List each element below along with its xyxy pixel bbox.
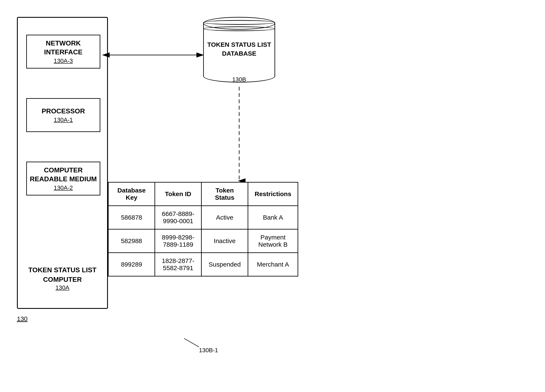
cylinder-inner-lines (203, 21, 275, 31)
cell-restrictions-3: Merchant A (248, 253, 298, 276)
database-label: TOKEN STATUS LISTDATABASE (203, 40, 275, 58)
col-header-database-key: DatabaseKey (108, 182, 155, 206)
table-row: 586878 6667-8889-9990-0001 Active Bank A (108, 206, 298, 229)
cell-restrictions-2: PaymentNetwork B (248, 229, 298, 253)
cylinder-line-2 (203, 26, 275, 31)
table-ref-label: 130B-1 (178, 347, 218, 354)
cell-status-1: Active (201, 206, 248, 229)
computer-readable-ref: 130A-2 (54, 184, 73, 191)
computer-readable-label: COMPUTER READABLE MEDIUM (27, 166, 100, 184)
table-row: 899289 1828-2877-5582-8791 Suspended Mer… (108, 253, 298, 276)
main-computer-box: NETWORK INTERFACE 130A-3 PROCESSOR 130A-… (17, 17, 108, 309)
ref-130-label: 130 (17, 315, 28, 322)
table-row: 582988 8999-8298-7889-1189 Inactive Paym… (108, 229, 298, 253)
cell-status-3: Suspended (201, 253, 248, 276)
main-box-text: TOKEN STATUS LIST COMPUTER (18, 265, 107, 284)
token-status-table: DatabaseKey Token ID TokenStatus Restric… (108, 182, 298, 276)
processor-box: PROCESSOR 130A-1 (26, 98, 100, 132)
network-interface-label: NETWORK INTERFACE (27, 39, 100, 56)
main-box-label: TOKEN STATUS LIST COMPUTER 130A (18, 265, 107, 291)
cell-restrictions-1: Bank A (248, 206, 298, 229)
cell-key-1: 586878 (108, 206, 155, 229)
processor-ref: 130A-1 (54, 116, 73, 123)
cell-tokenid-1: 6667-8889-9990-0001 (155, 206, 201, 229)
computer-readable-box: COMPUTER READABLE MEDIUM 130A-2 (26, 162, 100, 196)
diagram: NETWORK INTERFACE 130A-3 PROCESSOR 130A-… (0, 0, 545, 392)
cell-tokenid-2: 8999-8298-7889-1189 (155, 229, 201, 253)
cell-tokenid-3: 1828-2877-5582-8791 (155, 253, 201, 276)
cell-key-3: 899289 (108, 253, 155, 276)
table-header-row: DatabaseKey Token ID TokenStatus Restric… (108, 182, 298, 206)
network-interface-ref: 130A-3 (54, 58, 73, 64)
database-ref: 130B (203, 76, 275, 83)
cylinder-line-1 (203, 20, 275, 25)
col-header-token-status: TokenStatus (201, 182, 248, 206)
processor-label: PROCESSOR (42, 107, 85, 116)
main-box-ref: 130A (18, 284, 107, 291)
database-cylinder: TOKEN STATUS LISTDATABASE 130B (203, 17, 275, 89)
col-header-token-id: Token ID (155, 182, 201, 206)
cell-key-2: 582988 (108, 229, 155, 253)
table-ref-arrow (178, 336, 224, 349)
svg-line-5 (184, 338, 199, 347)
cell-status-2: Inactive (201, 229, 248, 253)
network-interface-box: NETWORK INTERFACE 130A-3 (26, 35, 100, 68)
col-header-restrictions: Restrictions (248, 182, 298, 206)
